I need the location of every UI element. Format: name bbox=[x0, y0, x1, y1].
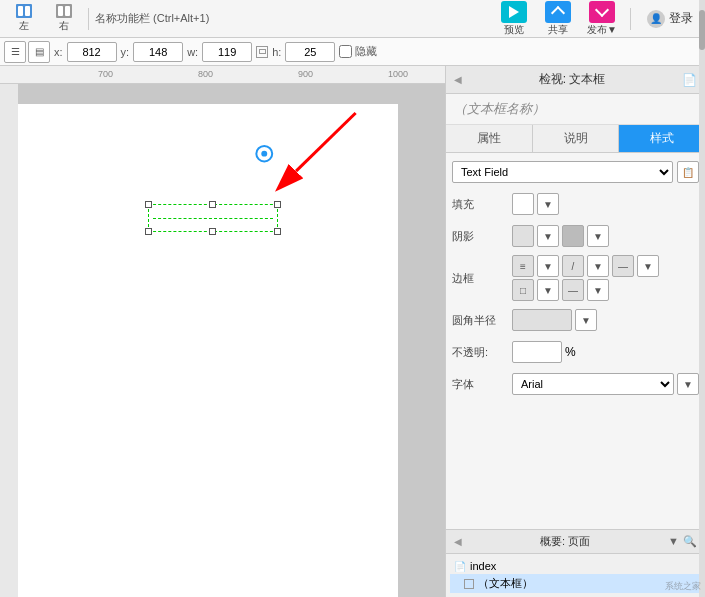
border-style-dropdown[interactable]: ▼ bbox=[537, 255, 559, 277]
border-row-1: ≡ ▼ / ▼ — ▼ bbox=[512, 255, 659, 277]
publish-button[interactable]: 发布▼ bbox=[584, 1, 620, 37]
border-style-btn[interactable]: ≡ bbox=[512, 255, 534, 277]
fill-dropdown-btn[interactable]: ▼ bbox=[537, 193, 559, 215]
panel-collapse-left[interactable]: ◀ bbox=[454, 74, 462, 85]
toolbar-right-section: 预览 共享 发布▼ 👤 登录 bbox=[496, 1, 699, 37]
shadow-color-btn[interactable] bbox=[562, 225, 584, 247]
font-controls: Arial ▼ bbox=[512, 373, 699, 395]
handle-br[interactable] bbox=[274, 228, 281, 235]
main-area: 700 800 900 1000 bbox=[0, 66, 705, 597]
textfield-widget[interactable] bbox=[148, 204, 278, 232]
ruler-top: 700 800 900 1000 bbox=[0, 66, 445, 84]
handle-bl[interactable] bbox=[145, 228, 152, 235]
y-label: y: bbox=[121, 46, 130, 58]
fill-color-box[interactable] bbox=[512, 193, 534, 215]
shadow-btn-1[interactable] bbox=[512, 225, 534, 247]
bottom-panel-collapse[interactable]: ◀ bbox=[454, 536, 462, 547]
share-label: 共享 bbox=[548, 23, 568, 37]
panel-scrollbar-thumb[interactable] bbox=[699, 10, 705, 50]
panel-style-content: Text Field 📋 填充 ▼ 阴影 ▼ ▼ bbox=[446, 153, 705, 529]
handle-tm[interactable] bbox=[209, 201, 216, 208]
opacity-input[interactable] bbox=[512, 341, 562, 363]
panel-header-title: 检视: 文本框 bbox=[539, 71, 606, 88]
shadow-label: 阴影 bbox=[452, 229, 512, 244]
toolbar-separator-2 bbox=[630, 8, 631, 30]
preview-button[interactable]: 预览 bbox=[496, 1, 532, 37]
share-button[interactable]: 共享 bbox=[540, 1, 576, 37]
panel-tabs: 属性 说明 样式 bbox=[446, 125, 705, 153]
publish-label: 发布▼ bbox=[587, 23, 617, 37]
shadow-controls: ▼ ▼ bbox=[512, 225, 699, 247]
w-input[interactable] bbox=[202, 42, 252, 62]
tree-item-index[interactable]: 📄 index bbox=[450, 558, 701, 574]
radius-dropdown[interactable]: ▼ bbox=[575, 309, 597, 331]
tab-style[interactable]: 样式 bbox=[619, 125, 705, 152]
hide-checkbox-wrap: 隐藏 bbox=[339, 44, 377, 59]
border-width-btn[interactable]: — bbox=[612, 255, 634, 277]
align-left-label: 左 bbox=[19, 19, 29, 33]
panel-header: ◀ 检视: 文本框 📄 bbox=[446, 66, 705, 94]
align-tool-2[interactable]: ▤ bbox=[28, 41, 50, 63]
style-type-select[interactable]: Text Field bbox=[452, 161, 673, 183]
handle-tl[interactable] bbox=[145, 201, 152, 208]
login-button[interactable]: 👤 登录 bbox=[641, 8, 699, 30]
filter-icon[interactable]: ▼ bbox=[668, 535, 679, 548]
font-select[interactable]: Arial bbox=[512, 373, 674, 395]
radius-input-btn[interactable] bbox=[512, 309, 572, 331]
handle-tr[interactable] bbox=[274, 201, 281, 208]
radius-controls: ▼ bbox=[512, 309, 699, 331]
border-color-btn[interactable]: / bbox=[562, 255, 584, 277]
align-right-label: 右 bbox=[59, 19, 69, 33]
border-width-dropdown[interactable]: ▼ bbox=[637, 255, 659, 277]
border-row: 边框 ≡ ▼ / ▼ — ▼ □ ▼ — ▼ bbox=[452, 255, 699, 301]
bottom-panel: ◀ 概要: 页面 ▼ 🔍 📄 index （文本框） bbox=[446, 529, 705, 597]
font-row: 字体 Arial ▼ bbox=[452, 371, 699, 397]
canvas-area[interactable]: 700 800 900 1000 bbox=[0, 66, 445, 597]
border-label: 边框 bbox=[452, 271, 512, 286]
shadow-row: 阴影 ▼ ▼ bbox=[452, 223, 699, 249]
ruler-mark-800: 800 bbox=[198, 69, 213, 79]
tree-area: 📄 index （文本框） bbox=[446, 554, 705, 597]
search-icon[interactable]: 🔍 bbox=[683, 535, 697, 548]
hide-checkbox[interactable] bbox=[339, 45, 352, 58]
handle-bm[interactable] bbox=[209, 228, 216, 235]
y-input[interactable] bbox=[133, 42, 183, 62]
h-input[interactable] bbox=[285, 42, 335, 62]
fill-label: 填充 bbox=[452, 197, 512, 212]
x-input[interactable] bbox=[67, 42, 117, 62]
hide-label: 隐藏 bbox=[355, 44, 377, 59]
bottom-panel-title: 概要: 页面 bbox=[540, 534, 590, 549]
ruler-mark-700: 700 bbox=[98, 69, 113, 79]
tab-description[interactable]: 说明 bbox=[533, 125, 620, 152]
border-extra-btn[interactable]: — bbox=[562, 279, 584, 301]
right-panel: ◀ 检视: 文本框 📄 （文本框名称） 属性 说明 样式 Text Field … bbox=[445, 66, 705, 597]
border-extra-dropdown[interactable]: ▼ bbox=[587, 279, 609, 301]
x-label: x: bbox=[54, 46, 63, 58]
align-left-btn[interactable]: 左 bbox=[6, 2, 42, 36]
bottom-panel-icons: ▼ 🔍 bbox=[668, 535, 697, 548]
align-tool-1[interactable]: ☰ bbox=[4, 41, 26, 63]
font-dropdown[interactable]: ▼ bbox=[677, 373, 699, 395]
tree-item-textbox[interactable]: （文本框） bbox=[450, 574, 701, 593]
panel-scrollbar[interactable] bbox=[699, 0, 705, 597]
border-controls: ≡ ▼ / ▼ — ▼ □ ▼ — ▼ bbox=[512, 255, 659, 301]
shadow-dropdown[interactable]: ▼ bbox=[537, 225, 559, 247]
style-copy-btn[interactable]: 📋 bbox=[677, 161, 699, 183]
w-label: w: bbox=[187, 46, 198, 58]
bottom-panel-header: ◀ 概要: 页面 ▼ 🔍 bbox=[446, 530, 705, 554]
border-pos-btn[interactable]: □ bbox=[512, 279, 534, 301]
opacity-row: 不透明: % bbox=[452, 339, 699, 365]
align-tools: ☰ ▤ bbox=[4, 41, 50, 63]
panel-header-doc-icon[interactable]: 📄 bbox=[682, 73, 697, 87]
canvas-inner[interactable] bbox=[18, 84, 445, 597]
main-toolbar: 左 右 名称功能栏 (Ctrl+Alt+1) 预览 共享 bbox=[0, 0, 705, 38]
opacity-controls: % bbox=[512, 341, 699, 363]
tab-properties[interactable]: 属性 bbox=[446, 125, 533, 152]
border-color-dropdown[interactable]: ▼ bbox=[587, 255, 609, 277]
fill-controls: ▼ bbox=[512, 193, 699, 215]
login-label: 登录 bbox=[669, 10, 693, 27]
tree-widget-icon bbox=[464, 579, 474, 589]
border-pos-dropdown[interactable]: ▼ bbox=[537, 279, 559, 301]
align-right-btn[interactable]: 右 bbox=[46, 2, 82, 36]
shadow-color-dropdown[interactable]: ▼ bbox=[587, 225, 609, 247]
